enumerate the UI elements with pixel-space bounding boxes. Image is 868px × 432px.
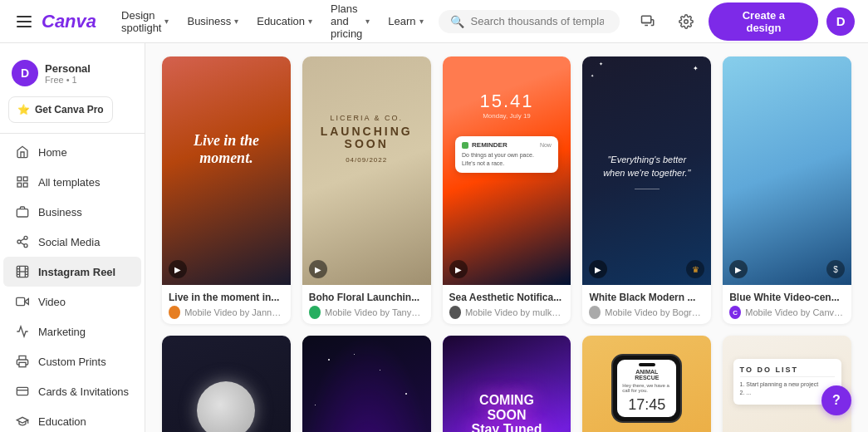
sidebar-item-instagram-reel[interactable]: Instagram Reel — [3, 257, 141, 287]
card-author-2: Mobile Video by Tanya Le... — [309, 306, 424, 319]
sidebar-item-custom-prints[interactable]: Custom Prints — [3, 346, 141, 376]
template-card-2[interactable]: LICERIA & CO. LAUNCHINGSOON 04/09/2022 ▶… — [302, 56, 431, 324]
card-thumbnail-2: LICERIA & CO. LAUNCHINGSOON 04/09/2022 ▶ — [302, 56, 431, 285]
card-info-4: White Black Modern ... Mobile Video by B… — [582, 285, 711, 324]
get-canva-pro-button[interactable]: ⭐ Get Canva Pro — [8, 96, 113, 123]
card-sub-2: Mobile Video by Tanya Le... — [325, 307, 424, 317]
share-icon — [15, 234, 30, 249]
sidebar-item-all-templates[interactable]: All templates — [3, 167, 141, 197]
svg-rect-0 — [641, 16, 650, 22]
svg-rect-21 — [17, 297, 25, 305]
svg-point-9 — [24, 244, 27, 248]
nav-learn[interactable]: Learn ▾ — [380, 10, 431, 32]
create-design-button[interactable]: Create a design — [709, 2, 818, 41]
card-title-5: Blue White Video-cen... — [729, 292, 845, 303]
card-thumbnail-5: ▶ $ — [723, 56, 851, 285]
template-card-4[interactable]: "Everything's betterwhen we're together.… — [582, 56, 711, 324]
star-icon: ⭐ — [17, 104, 30, 115]
template-card-9[interactable]: ANIMALRESCUE Hey there, we have a call f… — [582, 336, 711, 432]
template-card-8[interactable]: COMINGSOONStay Tuned Mobile Video — [443, 336, 571, 432]
svg-rect-3 — [23, 177, 27, 181]
svg-point-1 — [684, 19, 688, 23]
svg-line-10 — [21, 243, 25, 245]
user-plan: Free • 1 — [45, 75, 91, 85]
user-name: Personal — [45, 62, 91, 75]
chevron-down-icon: ▾ — [419, 17, 424, 26]
nav-education[interactable]: Education ▾ — [248, 10, 321, 32]
card-author-1: Mobile Video by Jannan P... — [169, 306, 284, 319]
chevron-down-icon: ▾ — [234, 17, 238, 26]
main-navigation: Design spotlight ▾ Business ▾ Education … — [113, 0, 432, 45]
svg-rect-23 — [17, 387, 27, 395]
card-thumbnail-4: "Everything's betterwhen we're together.… — [582, 56, 711, 285]
sidebar-item-home[interactable]: Home — [3, 137, 141, 167]
sidebar-item-social-media[interactable]: Social Media — [3, 227, 141, 257]
template-card-7[interactable]: "One step at a time,You'll get there." M… — [302, 336, 431, 432]
svg-point-8 — [17, 240, 21, 243]
canva-logo[interactable]: Canva — [42, 11, 96, 32]
grid-icon — [15, 174, 30, 189]
card-thumbnail-6: "One step at a time.You'll get there." — [162, 336, 291, 432]
template-card-1[interactable]: Live in themoment. ▶ Live in the moment … — [162, 56, 291, 324]
main-layout: D Personal Free • 1 ⭐ Get Canva Pro Home… — [0, 43, 868, 432]
template-card-3[interactable]: 15.41 Monday, July 19 REMINDER Now Do th… — [443, 56, 571, 324]
template-card-5[interactable]: ▶ $ Blue White Video-cen... C Mobile Vid… — [723, 56, 851, 324]
search-input[interactable] — [471, 15, 604, 27]
briefcase-icon — [15, 204, 30, 219]
sidebar-item-marketing[interactable]: Marketing — [3, 317, 141, 346]
user-info: Personal Free • 1 — [45, 62, 91, 85]
card-sub-3: Mobile Video by mulkstudio — [465, 307, 565, 317]
template-card-6[interactable]: "One step at a time.You'll get there." M… — [162, 336, 291, 432]
card-icon — [15, 384, 30, 399]
help-button[interactable]: ? — [821, 385, 851, 415]
education-icon — [15, 414, 30, 429]
logo-text: Canva — [42, 11, 96, 32]
card-info-3: Sea Aesthetic Notifica... Mobile Video b… — [443, 285, 571, 324]
film-icon — [15, 264, 30, 279]
chevron-down-icon: ▾ — [308, 17, 312, 26]
user-avatar-button[interactable]: D — [826, 7, 855, 36]
card-title-1: Live in the moment in... — [169, 292, 284, 303]
svg-rect-6 — [17, 209, 27, 217]
chevron-down-icon: ▾ — [164, 17, 169, 26]
sidebar-item-video[interactable]: Video — [3, 287, 141, 317]
card-info-1: Live in the moment in... Mobile Video by… — [162, 285, 291, 324]
svg-rect-22 — [19, 362, 26, 366]
card-title-3: Sea Aesthetic Notifica... — [449, 292, 565, 303]
card-thumbnail-10: 🌿 TO DO LIST 1. Start planning a new pro… — [723, 336, 851, 432]
card-thumbnail-3: 15.41 Monday, July 19 REMINDER Now Do th… — [443, 56, 571, 285]
sidebar-item-cards-invitations[interactable]: Cards & Invitations — [3, 376, 141, 406]
svg-rect-4 — [17, 183, 22, 187]
settings-icon[interactable] — [671, 7, 701, 37]
devices-icon[interactable] — [633, 7, 663, 37]
svg-rect-5 — [23, 183, 27, 187]
svg-marker-20 — [25, 299, 29, 305]
search-icon: 🔍 — [450, 15, 464, 28]
card-thumbnail-8: COMINGSOONStay Tuned — [443, 336, 571, 432]
megaphone-icon — [15, 324, 30, 339]
nav-plans-pricing[interactable]: Plans and pricing ▾ — [322, 0, 378, 45]
card-title-4: White Black Modern ... — [589, 292, 704, 303]
search-bar[interactable]: 🔍 — [439, 10, 620, 33]
template-card-10[interactable]: 🌿 TO DO LIST 1. Start planning a new pro… — [723, 336, 851, 432]
card-info-2: Boho Floral Launchin... Mobile Video by … — [302, 285, 431, 324]
sidebar-item-business[interactable]: Business — [3, 197, 141, 227]
video-icon — [15, 294, 30, 309]
nav-design-spotlight[interactable]: Design spotlight ▾ — [113, 4, 177, 39]
hamburger-menu[interactable] — [13, 12, 35, 31]
card-thumbnail-7: "One step at a time,You'll get there." — [302, 336, 431, 432]
card-sub-5: Mobile Video by Canva Cr... — [745, 307, 845, 317]
nav-business[interactable]: Business ▾ — [179, 10, 247, 32]
chevron-down-icon: ▾ — [365, 17, 370, 26]
play-icon: ▶ — [169, 260, 187, 278]
svg-line-11 — [21, 238, 25, 241]
sidebar: D Personal Free • 1 ⭐ Get Canva Pro Home… — [0, 43, 145, 432]
top-navigation: Canva Design spotlight ▾ Business ▾ Educ… — [0, 0, 868, 43]
sidebar-item-education[interactable]: Education — [3, 406, 141, 432]
card-title-2: Boho Floral Launchin... — [309, 292, 424, 303]
template-grid: Live in themoment. ▶ Live in the moment … — [162, 56, 851, 432]
card-author-5: C Mobile Video by Canva Cr... — [729, 306, 845, 319]
main-content: Live in themoment. ▶ Live in the moment … — [145, 43, 868, 432]
card-thumbnail-9: ANIMALRESCUE Hey there, we have a call f… — [582, 336, 711, 432]
play-icon: ▶ — [309, 260, 327, 278]
